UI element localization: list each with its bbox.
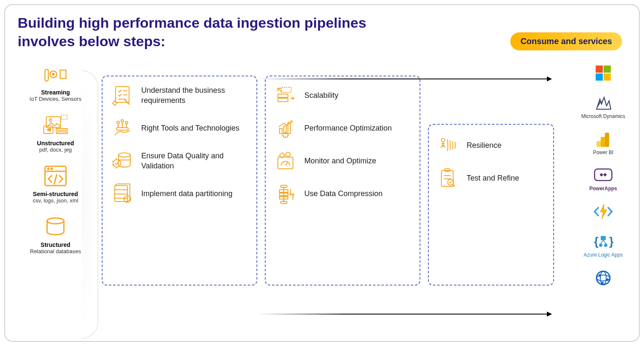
compression-icon <box>275 183 296 204</box>
svg-rect-32 <box>278 98 288 102</box>
service-powerbi: Power BI <box>593 130 614 155</box>
step-label: Monitor and Optimize <box>304 156 376 166</box>
media-icon <box>43 114 68 136</box>
svg-point-12 <box>51 168 53 170</box>
step-item: Ensure Data Quality and Validation <box>112 150 247 171</box>
powerbi-icon <box>593 130 613 149</box>
service-powerapps: PowerApps <box>589 166 617 191</box>
monitor-gauge-icon <box>275 150 296 171</box>
service-globe <box>593 269 613 288</box>
source-semistructured: Semi-structured csv, logs, json, xml <box>18 165 93 204</box>
partition-icon <box>112 183 133 204</box>
step-label: Ensure Data Quality and Validation <box>141 151 247 171</box>
svg-point-75 <box>601 282 604 284</box>
step-label: Understand the business requirements <box>141 85 247 106</box>
svg-rect-22 <box>116 128 128 130</box>
source-sub: Relational databases <box>18 248 93 254</box>
svg-rect-8 <box>61 115 67 119</box>
diagram-container: Building high performance data ingestion… <box>4 4 640 342</box>
svg-point-67 <box>604 244 607 247</box>
svg-rect-57 <box>596 73 603 81</box>
step-item: Resilience <box>437 135 545 156</box>
svg-rect-7 <box>56 132 67 134</box>
source-structured: Structured Relational databases <box>18 215 93 254</box>
data-quality-icon <box>112 150 133 171</box>
step-item: Understand the business requirements <box>112 85 247 106</box>
svg-point-41 <box>286 152 290 157</box>
service-logicapps: {} Azure Logic Apps <box>583 233 623 258</box>
tools-hand-icon <box>112 118 133 139</box>
steps-area: Understand the business requirements Rig… <box>102 63 626 286</box>
svg-point-48 <box>441 139 445 142</box>
checklist-icon <box>112 85 133 106</box>
service-label: PowerApps <box>589 186 617 191</box>
step-label: Test and Refine <box>467 173 519 183</box>
steps-column-1: Understand the business requirements Rig… <box>102 76 257 286</box>
source-streaming: Streaming IoT Devices, Sensors <box>18 63 93 102</box>
svg-point-66 <box>599 244 602 247</box>
svg-point-73 <box>599 274 601 277</box>
svg-point-18 <box>125 121 128 124</box>
svg-point-16 <box>117 121 119 124</box>
source-unstructured: Unstructured pdf, docx, jeg <box>18 114 93 153</box>
source-title: Semi-structured <box>18 191 93 197</box>
microsoft-icon <box>593 64 613 82</box>
svg-point-15 <box>113 102 116 105</box>
svg-rect-0 <box>45 69 48 81</box>
perf-chart-icon <box>275 118 296 139</box>
svg-point-74 <box>606 278 609 281</box>
svg-rect-6 <box>56 128 67 130</box>
svg-point-23 <box>119 153 130 157</box>
svg-line-68 <box>601 240 603 244</box>
content-row: Streaming IoT Devices, Sensors Unstructu… <box>18 63 626 286</box>
svg-rect-55 <box>596 66 603 73</box>
iot-icon <box>43 63 68 86</box>
source-title: Unstructured <box>18 140 93 147</box>
step-label: Implement data partitioning <box>141 189 232 199</box>
source-sub: csv, logs, json, xml <box>18 197 93 204</box>
page-title: Building high performance data ingestion… <box>18 13 396 50</box>
service-label: Power BI <box>593 149 614 155</box>
flow-arrow-bottom <box>257 314 552 315</box>
source-sub: pdf, docx, jeg <box>18 147 93 153</box>
test-clipboard-icon <box>437 168 458 189</box>
step-item: Performance Optimization <box>275 118 410 139</box>
scalability-icon <box>275 85 296 106</box>
svg-point-4 <box>49 119 52 121</box>
svg-rect-56 <box>604 66 611 73</box>
step-item: Test and Refine <box>437 168 545 189</box>
svg-point-13 <box>47 218 64 224</box>
services-column: Microsoft Dynamics Power BI PowerApps {}… <box>580 64 626 288</box>
svg-text:{: { <box>594 235 599 248</box>
steps-column-2: Scalability Performance Optimization Mon… <box>265 76 420 286</box>
step-label: Scalability <box>304 90 338 100</box>
svg-rect-62 <box>594 169 612 181</box>
source-sub: IoT Devices, Sensors <box>18 96 93 102</box>
database-icon <box>43 215 68 238</box>
svg-rect-34 <box>280 128 282 134</box>
step-label: Resilience <box>467 140 501 150</box>
svg-point-11 <box>48 168 49 170</box>
svg-point-17 <box>121 120 124 122</box>
source-title: Streaming <box>18 89 93 96</box>
step-item: Scalability <box>275 85 410 106</box>
service-label: Microsoft Dynamics <box>581 113 626 119</box>
logicapps-icon: {} <box>593 233 613 251</box>
code-icon <box>43 165 68 187</box>
svg-text:}: } <box>609 235 613 248</box>
service-dynamics: Microsoft Dynamics <box>581 94 626 119</box>
source-title: Structured <box>18 241 93 248</box>
svg-line-69 <box>603 240 606 244</box>
svg-rect-59 <box>605 133 609 147</box>
consume-services-badge: Consume and services <box>510 32 622 50</box>
svg-rect-65 <box>601 236 606 240</box>
service-functions <box>593 202 613 222</box>
svg-rect-38 <box>278 157 293 169</box>
data-sources-column: Streaming IoT Devices, Sensors Unstructu… <box>18 63 93 254</box>
steps-column-3: Resilience Test and Refine <box>428 124 554 286</box>
step-label: Use Data Compression <box>304 189 383 199</box>
step-item: Monitor and Optimize <box>275 150 410 171</box>
svg-rect-58 <box>604 73 611 81</box>
svg-rect-33 <box>281 87 291 92</box>
service-label: Azure Logic Apps <box>583 252 623 258</box>
